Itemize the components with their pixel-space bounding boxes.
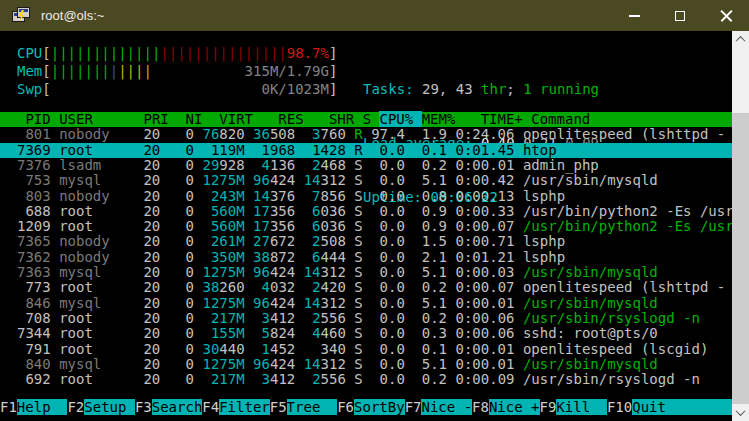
cell-pri: 20 xyxy=(135,310,160,326)
cell-cpu: 0.0 xyxy=(371,203,405,219)
fnkey-f6[interactable]: F6SortBy xyxy=(337,399,404,415)
maximize-button[interactable] xyxy=(657,0,703,31)
cell-virt: 29 xyxy=(202,157,219,173)
column-header-mempct[interactable]: MEM% xyxy=(422,111,464,127)
process-row[interactable]: 7362 nobody 20 0 350M 38872 6444 S 0.0 2… xyxy=(0,250,732,265)
process-table: 801 nobody 20 0 76820 36508 3760 R 97.4 … xyxy=(0,127,732,387)
process-row[interactable]: 692 root 20 0 217M 3412 2556 S 0.0 0.2 0… xyxy=(0,372,732,387)
process-row[interactable]: 801 nobody 20 0 76820 36508 3760 R 97.4 … xyxy=(0,127,732,142)
fnkey-f3[interactable]: F3Search xyxy=(135,399,202,415)
process-row[interactable]: 791 root 20 0 30440 1452 340 S 0.0 0.1 0… xyxy=(0,342,732,357)
process-row[interactable]: 846 mysql 20 0 1275M 96424 14312 S 0.0 5… xyxy=(0,296,732,311)
column-header-ni[interactable]: NI xyxy=(177,111,211,127)
scrollbar[interactable] xyxy=(732,31,749,421)
column-header-timeplus[interactable]: TIME+ xyxy=(464,111,531,127)
cell-shr: 556 xyxy=(321,310,346,326)
fnkey-action: Help xyxy=(17,399,68,415)
cell-ni: 0 xyxy=(169,371,194,387)
column-header-shr[interactable]: SHR xyxy=(312,111,363,127)
process-row[interactable]: 7365 nobody 20 0 261M 27672 2508 S 0.0 1… xyxy=(0,234,732,249)
cell-ni: 0 xyxy=(169,172,194,188)
minimize-button[interactable] xyxy=(611,0,657,31)
process-row[interactable]: 7344 root 20 0 155M 5824 4460 S 0.0 0.3 … xyxy=(0,326,732,341)
process-row[interactable]: 708 root 20 0 217M 3412 2556 S 0.0 0.2 0… xyxy=(0,311,732,326)
fnkey-f8[interactable]: F8Nice + xyxy=(472,399,539,415)
cell-time: 0:00.01 xyxy=(455,341,514,357)
cell-time: 0:00.06 xyxy=(455,310,514,326)
cell-res xyxy=(253,142,261,158)
cell-user: root xyxy=(59,279,135,295)
process-row[interactable]: 803 nobody 20 0 243M 14376 7856 S 0.0 0.… xyxy=(0,189,732,204)
fnkey-action: SortBy xyxy=(354,399,405,415)
close-button[interactable] xyxy=(703,0,749,31)
cell-command: /usr/bin/python2 -Es /usr/sb xyxy=(523,203,749,219)
scrollbar-up-arrow[interactable] xyxy=(732,31,749,48)
threads-count: 43 xyxy=(456,81,481,97)
process-row[interactable]: 1209 root 20 0 560M 17356 6036 S 0.0 0.9… xyxy=(0,219,732,234)
cell-pid: 692 xyxy=(17,371,51,387)
process-row[interactable]: 688 root 20 0 560M 17356 6036 S 0.0 0.9 … xyxy=(0,204,732,219)
process-row[interactable]: 773 root 20 0 38260 4032 2420 S 0.0 0.2 … xyxy=(0,280,732,295)
cell-shr xyxy=(304,279,312,295)
cell-state: S xyxy=(354,172,362,188)
cell-time: 0:01.45 xyxy=(455,142,514,158)
process-row[interactable]: 753 mysql 20 0 1275M 96424 14312 S 0.0 5… xyxy=(0,173,732,188)
cell-res: 3 xyxy=(262,371,270,387)
fnkey-f2[interactable]: F2Setup xyxy=(67,399,134,415)
tasks-label: Tasks: xyxy=(363,81,422,97)
column-header-res[interactable]: RES xyxy=(261,111,312,127)
fnkey-f5[interactable]: F5Tree xyxy=(270,399,337,415)
cell-ni: 0 xyxy=(169,325,194,341)
cell-cpu: 0.0 xyxy=(371,325,405,341)
fnkey-label: F6 xyxy=(337,399,354,415)
cell-user: root xyxy=(59,203,135,219)
cell-cpu: 0.0 xyxy=(371,233,405,249)
cell-state: S xyxy=(354,233,362,249)
cell-state: S xyxy=(354,341,362,357)
cell-mem: 0.8 xyxy=(413,188,447,204)
cell-command: openlitespeed (lscgid) xyxy=(523,341,708,357)
process-row[interactable]: 7376 lsadm 20 0 29928 4136 2468 S 0.0 0.… xyxy=(0,158,732,173)
cell-pid: 791 xyxy=(17,341,51,357)
cell-mem: 0.3 xyxy=(413,325,447,341)
cell-command: openlitespeed (lshttpd - #01 xyxy=(523,126,749,142)
tasks-line: Tasks: 29, 43 thr; 1 running xyxy=(363,80,599,98)
scrollbar-down-arrow[interactable] xyxy=(732,404,749,421)
fnkey-f1[interactable]: F1Help xyxy=(0,399,67,415)
column-header-pid[interactable]: PID xyxy=(17,111,59,127)
cell-cpu: 0.0 xyxy=(371,356,405,372)
cell-res: 424 xyxy=(270,295,295,311)
cell-shr xyxy=(304,188,312,204)
scrollbar-thumb[interactable] xyxy=(732,113,749,404)
cell-ni: 0 xyxy=(169,142,194,158)
cell-cpu: 0.0 xyxy=(371,157,405,173)
process-row[interactable]: 7369 root 20 0 119M 1968 1428 R 0.0 0.1 … xyxy=(0,143,732,158)
column-header-cpupct[interactable]: CPU% xyxy=(379,111,421,127)
cell-user: nobody xyxy=(59,249,135,265)
column-header-pri[interactable]: PRI xyxy=(143,111,177,127)
cell-ni: 0 xyxy=(169,279,194,295)
process-row[interactable]: 840 mysql 20 0 1275M 96424 14312 S 0.0 5… xyxy=(0,357,732,372)
minimize-icon xyxy=(629,15,640,17)
cell-res xyxy=(253,325,261,341)
cell-virt: 260 xyxy=(219,279,244,295)
fnkey-f4[interactable]: F4Filter xyxy=(202,399,269,415)
column-header-s[interactable]: S xyxy=(363,111,380,127)
fnkey-f10[interactable]: F10Quit xyxy=(607,399,732,415)
cell-res: 5 xyxy=(262,325,270,341)
fnkey-f9[interactable]: F9Kill xyxy=(540,399,607,415)
cell-command: /usr/sbin/mysqld xyxy=(523,356,658,372)
fnkey-f7[interactable]: F7Nice - xyxy=(405,399,472,415)
column-header-user[interactable]: USER xyxy=(59,111,143,127)
cell-shr xyxy=(304,218,312,234)
process-row[interactable]: 7363 mysql 20 0 1275M 96424 14312 S 0.0 … xyxy=(0,265,732,280)
cell-time: 0:00.09 xyxy=(455,371,514,387)
cell-shr: 1 xyxy=(312,142,320,158)
column-header-command[interactable]: Command xyxy=(531,111,590,127)
column-header-virt[interactable]: VIRT xyxy=(211,111,262,127)
cell-shr: 428 xyxy=(321,142,346,158)
title-bar[interactable]: root@ols:~ xyxy=(0,0,749,31)
tasks-count: 29, xyxy=(422,81,456,97)
cell-state: S xyxy=(354,310,362,326)
cell-mem: 2.1 xyxy=(413,249,447,265)
